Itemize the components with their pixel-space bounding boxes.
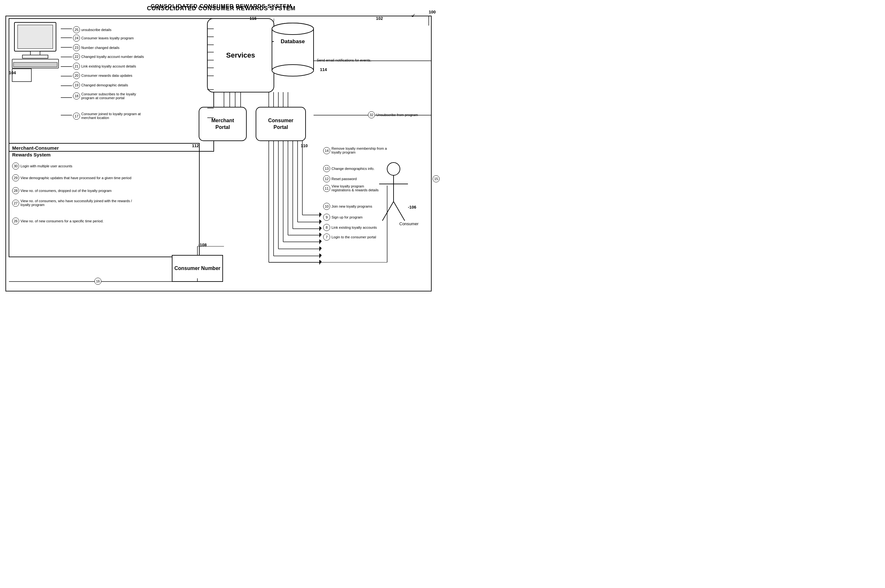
event-22: 22Changed loyalty account number details (73, 53, 144, 60)
consumer-item-9: 9Sign up for program (323, 214, 363, 221)
consumer-number-label: Consumer Number (172, 255, 223, 282)
mc-item-28: 28View no. of consumers, dropped out of … (12, 187, 112, 194)
database-label: Database (272, 38, 314, 45)
ref-104: 104 (9, 70, 16, 75)
event-17: 17 Consumer joined to loyalty program at… (73, 112, 141, 120)
svg-point-4 (272, 23, 314, 34)
svg-marker-86 (320, 239, 321, 244)
ref-114: 114 (320, 67, 327, 72)
svg-line-81 (382, 201, 393, 221)
consumer-item-13: 13Change demographics info. (323, 165, 375, 172)
svg-point-9 (272, 23, 314, 34)
main-title: CONSOLIDATED CONSUMER REWARDS SYSTEM (0, 3, 442, 10)
ref-106: -106 (408, 205, 416, 210)
event-21: 21Link existing loyalty account details (73, 63, 136, 70)
ref-116: 116 (250, 16, 256, 21)
svg-marker-87 (320, 232, 321, 238)
svg-rect-74 (22, 55, 48, 58)
event-23: 23Number changed details (73, 44, 119, 51)
ref-102: 102 (376, 16, 383, 21)
ref-100: 100 (429, 10, 436, 14)
consumer-item-7: 7Login to the consumer portal (323, 234, 376, 241)
consumer-item-14: 14 Remove loyalty membership from aloyal… (323, 147, 387, 154)
unsubscribe-ref: 32Unsubscribe from program (368, 111, 418, 118)
ref-15: 15 (433, 175, 440, 182)
svg-marker-83 (320, 260, 321, 265)
event-24: 24Consumer leaves loyalty program (73, 34, 134, 42)
merchant-portal-label: MerchantPortal (199, 107, 246, 141)
svg-rect-5 (272, 29, 314, 70)
svg-rect-71 (14, 22, 56, 51)
svg-rect-76 (14, 62, 57, 67)
svg-marker-90 (320, 212, 321, 218)
arrow-100: ↙ (411, 12, 415, 18)
svg-line-82 (393, 201, 405, 221)
event-18: 18 Consumer subscribes to the loyaltypro… (73, 92, 136, 100)
consumer-item-12: 12Reset password (323, 175, 357, 182)
svg-rect-72 (18, 25, 53, 49)
email-notify-label: Send email notifications for events. (317, 58, 372, 62)
ref-110: 110 (301, 143, 308, 148)
consumer-item-11: 11 View loyalty programregistrations & r… (323, 184, 378, 192)
svg-marker-84 (320, 254, 321, 258)
svg-rect-75 (12, 59, 58, 68)
consumer-label: Consumer (399, 221, 418, 226)
event-20: 20Consumer rewards data updates (73, 72, 132, 79)
mc-system-title: Merchant-ConsumerRewards System (12, 145, 59, 158)
services-label: Services (207, 18, 274, 92)
svg-rect-73 (30, 51, 40, 56)
svg-marker-88 (320, 226, 321, 231)
consumer-portal-label: ConsumerPortal (256, 107, 306, 141)
event-19: 19Changed demographic details (73, 82, 128, 88)
svg-marker-85 (320, 246, 321, 252)
event-25: 25unsubscribe details (73, 26, 111, 33)
svg-point-78 (387, 162, 400, 175)
ref-112: 112 (192, 143, 199, 148)
mc-item-27: 27 View no. of consumers, who have succe… (12, 199, 132, 207)
mc-item-29: 29View demographic updates that have pro… (12, 174, 132, 182)
mc-item-26: 26View no. of new consumers for a specif… (12, 218, 104, 225)
svg-marker-89 (320, 219, 321, 225)
ref-108: -108 (198, 243, 207, 247)
mc-item-30: 30Login with multiple user accounts (12, 162, 72, 170)
svg-point-8 (272, 64, 314, 76)
ref-16: 16 (94, 278, 101, 285)
consumer-item-10: 10Join new loyalty programs (323, 203, 372, 210)
diagram-container: { "title": "CONSOLIDATED CONSUMER REWARD… (0, 0, 442, 294)
consumer-item-8: 8Link existing loyalty accounts (323, 224, 377, 231)
